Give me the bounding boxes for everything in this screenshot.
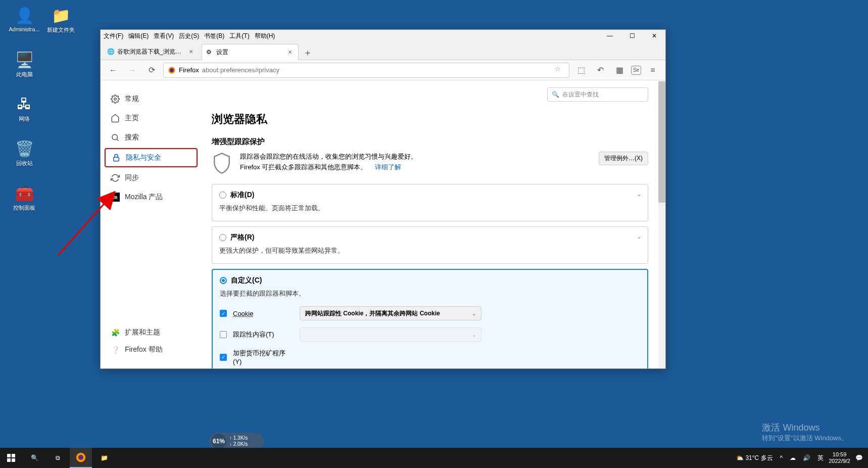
maximize-button[interactable]: ☐ (621, 30, 643, 42)
search-placeholder: 在设置中查找 (562, 90, 599, 99)
svg-point-1 (170, 68, 174, 72)
sync-icon (111, 173, 120, 182)
se-icon[interactable]: Se (631, 66, 641, 75)
search-icon (111, 133, 120, 142)
menu-tools[interactable]: 工具(T) (229, 32, 249, 40)
checkbox-cryptominer[interactable]: ✓ (220, 354, 227, 361)
sidebar-item-home[interactable]: 主页 (105, 110, 198, 127)
svg-rect-10 (12, 458, 15, 462)
tray-chevron-up-icon[interactable]: ^ (778, 454, 785, 461)
sidebar-item-privacy[interactable]: 隐私与安全 (105, 148, 198, 167)
bookmark-star-icon[interactable]: ☆ (555, 65, 565, 75)
menubar: 文件(F) 编辑(E) 查看(V) 历史(S) 书签(B) 工具(T) 帮助(H… (101, 30, 665, 42)
undo-icon[interactable]: ↶ (593, 63, 608, 78)
hamburger-menu-icon[interactable]: ≡ (645, 63, 660, 78)
sidebar: 常规 主页 搜索 隐私与安全 同步 m Mozilla 产品 (101, 80, 202, 368)
help-icon: ❔ (111, 345, 120, 354)
desktop-icon-recycle[interactable]: 🗑️ 回收站 (5, 138, 43, 167)
desktop-icon-folder[interactable]: 📁 新建文件夹 (41, 5, 80, 34)
url-bar[interactable]: Firefox about:preferences#privacy ☆ (163, 63, 569, 78)
search-icon: 🔍 (552, 91, 559, 98)
sidebar-item-help[interactable]: ❔ Firefox 帮助 (105, 341, 198, 358)
start-button[interactable] (0, 448, 22, 468)
tabbar: 🌐 谷歌浏览器下载_浏览器官网入口 × ⚙ 设置 × ＋ (101, 42, 665, 60)
firefox-window: 文件(F) 编辑(E) 查看(V) 历史(S) 书签(B) 工具(T) 帮助(H… (100, 29, 666, 369)
taskbar: 🔍 ⧉ 📁 ⛅ 31°C 多云 ^ ☁ 🔊 英 10:59 2022/9/2 💬 (0, 448, 868, 468)
search-button[interactable]: 🔍 (23, 448, 45, 468)
sidebar-item-search[interactable]: 搜索 (105, 129, 198, 146)
tracking-content-select[interactable]: ⌄ (300, 327, 481, 342)
main-content: 🔍 在设置中查找 浏览器隐私 增强型跟踪保护 跟踪器会跟踪您的在线活动，收集您的… (202, 80, 658, 368)
menu-help[interactable]: 帮助(H) (255, 32, 275, 40)
svg-rect-5 (114, 157, 119, 161)
manage-exceptions-button[interactable]: 管理例外…(X) (599, 152, 648, 165)
this-pc-icon: 🖥️ (14, 50, 34, 70)
back-button[interactable]: ← (106, 63, 121, 78)
menu-edit[interactable]: 编辑(E) (128, 32, 149, 40)
sidebar-item-sync[interactable]: 同步 (105, 169, 198, 186)
settings-search-input[interactable]: 🔍 在设置中查找 (547, 87, 648, 102)
option-custom[interactable]: 自定义(C) 选择要拦截的跟踪器和脚本。 ✓ Cookie 跨网站跟踪性 Coo… (212, 269, 648, 368)
taskbar-explorer[interactable]: 📁 (93, 448, 115, 468)
notifications-icon[interactable]: 💬 (853, 454, 865, 461)
folder-icon: 📁 (51, 5, 71, 25)
clock[interactable]: 10:59 2022/9/2 (829, 451, 850, 464)
tray-onedrive-icon[interactable]: ☁ (788, 454, 798, 461)
radio-standard[interactable] (219, 192, 226, 199)
learn-more-link[interactable]: 详细了解 (375, 163, 401, 171)
desktop-icon-controlpanel[interactable]: 🧰 控制面板 (5, 183, 43, 212)
download-rate: ↓ 2.0K/s (229, 441, 248, 447)
vertical-scrollbar[interactable] (658, 80, 665, 368)
svg-rect-8 (12, 454, 15, 457)
menu-history[interactable]: 历史(S) (179, 32, 199, 40)
tab-chrome-download[interactable]: 🌐 谷歌浏览器下载_浏览器官网入口 × (103, 43, 200, 60)
grid-icon[interactable]: ▦ (612, 63, 627, 78)
svg-rect-7 (7, 454, 11, 457)
radio-custom[interactable] (220, 277, 227, 284)
new-tab-button[interactable]: ＋ (301, 45, 315, 60)
desktop-icon-network[interactable]: 🖧 网络 (5, 94, 43, 123)
minimize-button[interactable]: — (599, 30, 621, 42)
desktop-icon-admin[interactable]: 👤 Administra... (5, 5, 43, 32)
tracking-intro: 跟踪器会跟踪您的在线活动，收集您的浏览习惯与兴趣爱好。 Firefox 可拦截众… (212, 152, 648, 175)
menu-view[interactable]: 查看(V) (154, 32, 174, 40)
weather-widget[interactable]: ⛅ 31°C 多云 (734, 454, 775, 462)
menu-bookmarks[interactable]: 书签(B) (204, 32, 224, 40)
chevron-down-icon: ⌄ (472, 332, 476, 338)
forward-button[interactable]: → (125, 63, 140, 78)
close-icon[interactable]: × (187, 48, 195, 56)
radio-strict[interactable] (219, 234, 226, 241)
control-panel-icon: 🧰 (14, 183, 34, 203)
taskbar-firefox[interactable] (70, 448, 92, 468)
tray-volume-icon[interactable]: 🔊 (801, 454, 812, 461)
ime-indicator[interactable]: 英 (815, 454, 826, 462)
option-strict[interactable]: ⌄ 严格(R) 更强大的保护，但可能导致某些网站异常。 (212, 226, 648, 264)
svg-point-12 (78, 455, 83, 460)
urlbar-url: about:preferences#privacy (202, 66, 279, 74)
screenshot-icon[interactable]: ⬚ (573, 63, 589, 78)
windows-watermark: 激活 Windows 转到"设置"以激活 Windows。 (762, 422, 848, 443)
close-icon[interactable]: × (286, 48, 294, 56)
sidebar-item-general[interactable]: 常规 (105, 90, 198, 108)
mozilla-icon: m (111, 193, 120, 202)
close-button[interactable]: ✕ (643, 30, 665, 42)
checkbox-tracking-content[interactable] (220, 331, 227, 338)
network-speed-widget[interactable]: 61% ↑ 1.3K/s ↓ 2.0K/s (209, 433, 264, 450)
task-view-button[interactable]: ⧉ (46, 448, 69, 468)
section-title: 增强型跟踪保护 (212, 137, 648, 147)
cookie-select[interactable]: 跨网站跟踪性 Cookie，并隔离其余跨网站 Cookie ⌄ (300, 306, 481, 320)
sidebar-item-extensions[interactable]: 🧩 扩展和主题 (105, 324, 198, 341)
desktop-icon-thispc[interactable]: 🖥️ 此电脑 (5, 50, 43, 78)
scrollbar-thumb[interactable] (658, 81, 665, 203)
custom-cookie-row: ✓ Cookie 跨网站跟踪性 Cookie，并隔离其余跨网站 Cookie ⌄ (220, 306, 640, 320)
tab-settings[interactable]: ⚙ 设置 × (202, 44, 299, 60)
sidebar-item-mozilla[interactable]: m Mozilla 产品 (105, 189, 198, 206)
checkbox-cookie[interactable]: ✓ (220, 310, 227, 317)
svg-line-4 (117, 139, 118, 141)
page-title: 浏览器隐私 (212, 112, 648, 127)
reload-button[interactable]: ⟳ (144, 63, 159, 78)
gear-icon (111, 95, 120, 104)
menu-file[interactable]: 文件(F) (104, 32, 123, 40)
option-standard[interactable]: ⌄ 标准(D) 平衡保护和性能。页面将正常加载。 (212, 184, 648, 221)
lock-icon (112, 153, 121, 162)
